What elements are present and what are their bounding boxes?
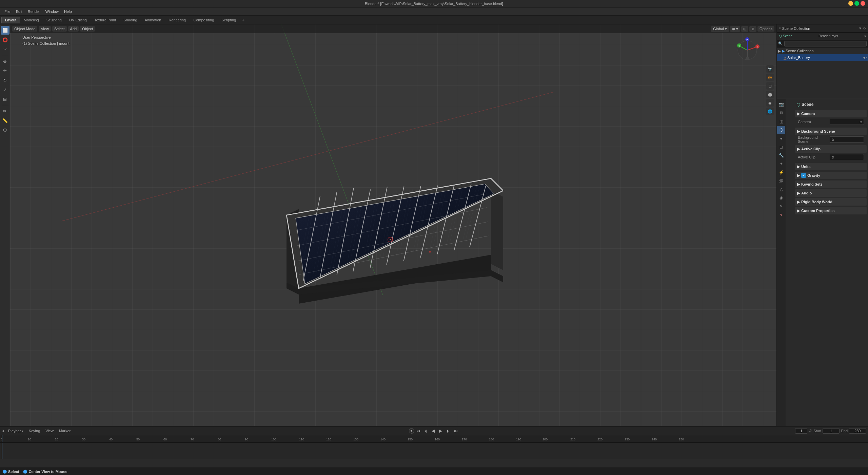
tab-shading[interactable]: Shading [120,17,141,23]
jump-to-start-btn[interactable]: ⏮ [415,428,422,434]
solar-battery-visibility-icon[interactable]: 👁 [863,56,867,60]
viewport-add-menu[interactable]: Add [68,26,79,32]
props-tab-render[interactable]: 📷 [777,100,785,109]
rigid-body-section-header[interactable]: ▶ Rigid Body World [795,198,867,206]
props-tab-constraints[interactable]: ⛓ [777,177,785,185]
props-tab-vray-obj[interactable]: V [777,202,785,210]
next-keyframe-btn[interactable]: ⏵ [445,428,452,434]
tab-rendering[interactable]: Rendering [165,17,190,23]
tool-rotate[interactable]: ↻ [1,76,9,84]
tool-transform[interactable]: ⊞ [1,95,9,103]
minimize-button[interactable] [848,1,853,6]
outliner-sync-icon[interactable]: ⟳ [863,26,866,30]
viewport-camera-toggle[interactable]: 📷 [766,65,774,73]
outliner-search-input[interactable] [784,41,867,46]
gravity-checkbox[interactable]: ✓ [801,173,806,178]
play-reverse-btn[interactable]: ◀ [430,428,437,434]
menu-window[interactable]: Window [43,9,61,14]
timeline-keying-menu[interactable]: Keying [27,428,42,434]
close-button[interactable] [861,1,865,6]
end-frame-input[interactable] [849,428,866,434]
tab-sculpting[interactable]: Sculpting [43,17,65,23]
global-orientation-select[interactable]: Global ▾ [711,26,729,32]
props-tab-modifier[interactable]: 🔧 [777,151,785,159]
active-clip-value-input[interactable]: ⊙ [830,154,864,160]
viewport-material-toggle[interactable]: ◉ [766,99,774,107]
timeline-playback-menu[interactable]: Playback [6,428,25,434]
outliner-item-solar-battery[interactable]: △ Solar_Battery 👁 [777,54,868,61]
add-workspace-button[interactable]: + [240,17,246,23]
props-tab-particles[interactable]: ✦ [777,160,785,168]
viewport-rendered-toggle[interactable]: 🌐 [766,108,774,115]
tab-scripting[interactable]: Scripting [218,17,240,23]
menu-file[interactable]: File [2,9,13,14]
tool-scale[interactable]: ⤢ [1,85,9,94]
tab-uv-editing[interactable]: UV Editing [65,17,91,23]
start-frame-input[interactable] [823,428,840,434]
viewport-object-menu[interactable]: Object [80,26,95,32]
tab-compositing[interactable]: Compositing [190,17,218,23]
tool-measure[interactable]: 📏 [1,116,9,125]
viewport-render-toggle[interactable]: 🔆 [766,74,774,81]
bg-scene-value-input[interactable]: ⊙ [830,136,864,142]
prev-keyframe-btn[interactable]: ⏴ [422,428,429,434]
viewport-snap-toggle[interactable]: ⊞ [741,26,748,32]
background-scene-section-header[interactable]: ▶ Background Scene [795,128,867,135]
timeline-type-icon[interactable]: ⧗ [2,429,5,433]
current-frame-input[interactable] [795,428,807,434]
viewport-wireframe-toggle[interactable]: ◻ [766,82,774,90]
tool-move[interactable]: ✛ [1,66,9,75]
camera-section-header[interactable]: ▶ Camera [795,110,867,117]
outliner-filter-icon[interactable]: ▼ [859,26,862,30]
audio-section-header[interactable]: ▶ Audio [795,189,867,197]
navigation-gizmo[interactable]: X Y Z [734,37,761,64]
units-section-header[interactable]: ▶ Units [795,163,867,170]
props-tab-data[interactable]: △ [777,185,785,193]
viewport-pivot-select[interactable]: ⊕ ▾ [730,26,740,32]
tool-select-lasso[interactable]: 〰 [1,45,9,54]
props-tab-view-layer[interactable]: ◫ [777,117,785,126]
tab-animation[interactable]: Animation [141,17,165,23]
menu-help[interactable]: Help [62,9,74,14]
viewport-options-btn[interactable]: Options [757,26,774,32]
tab-texture-paint[interactable]: Texture Paint [91,17,120,23]
props-tab-object[interactable]: ◻ [777,143,785,151]
play-btn[interactable]: ▶ [437,428,444,434]
proportional-edit-toggle[interactable]: ⊚ [749,26,756,32]
svg-text:150: 150 [408,438,413,441]
tool-select-circle[interactable]: ⭕ [1,35,9,44]
timeline-marker-menu[interactable]: Marker [57,428,73,434]
jump-to-end-btn[interactable]: ⏭ [452,428,459,434]
timeline-body[interactable] [0,443,868,459]
outliner-item-scene-collection[interactable]: ▶ ▶ Scene Collection [777,48,868,54]
tab-modeling[interactable]: Modeling [20,17,43,23]
outliner-view-layer-select[interactable]: ▾ [864,34,866,38]
viewport[interactable]: Object Mode View Select Add Object Globa… [10,24,776,426]
maximize-button[interactable] [854,1,859,6]
viewport-select-menu[interactable]: Select [52,26,67,32]
active-clip-section-header[interactable]: ▶ Active Clip [795,145,867,153]
timeline-ruler[interactable]: 0 10 20 30 40 50 60 70 80 90 100 110 120… [0,435,868,443]
menu-edit[interactable]: Edit [14,9,25,14]
props-tab-output[interactable]: 🖥 [777,109,785,117]
viewport-mode-select[interactable]: Object Mode [12,26,37,32]
camera-value-input[interactable]: ⊙ [830,119,864,125]
tool-select-box[interactable]: ⬜ [1,26,9,35]
menu-render[interactable]: Render [25,9,42,14]
tab-layout[interactable]: Layout [1,17,20,23]
props-tab-physics[interactable]: ⚡ [777,168,785,176]
viewport-solid-toggle[interactable]: ⬤ [766,91,774,98]
props-tab-material[interactable]: ◉ [777,194,785,202]
viewport-view-menu[interactable]: View [39,26,51,32]
custom-props-section-header[interactable]: ▶ Custom Properties [795,207,867,214]
tool-annotate[interactable]: ✏ [1,107,9,115]
gravity-section-header[interactable]: ▶ ✓ Gravity [795,172,867,179]
timeline-record-btn[interactable]: ⏺ [409,428,414,434]
props-tab-scene[interactable]: ⬡ [777,126,785,134]
keying-sets-section-header[interactable]: ▶ Keying Sets [795,180,867,188]
props-tab-vray-scene[interactable]: V [777,211,785,219]
tool-add-cube[interactable]: ⬡ [1,126,9,134]
tool-cursor[interactable]: ⊕ [1,57,9,65]
timeline-view-menu[interactable]: View [43,428,56,434]
props-tab-world[interactable]: ● [777,134,785,142]
